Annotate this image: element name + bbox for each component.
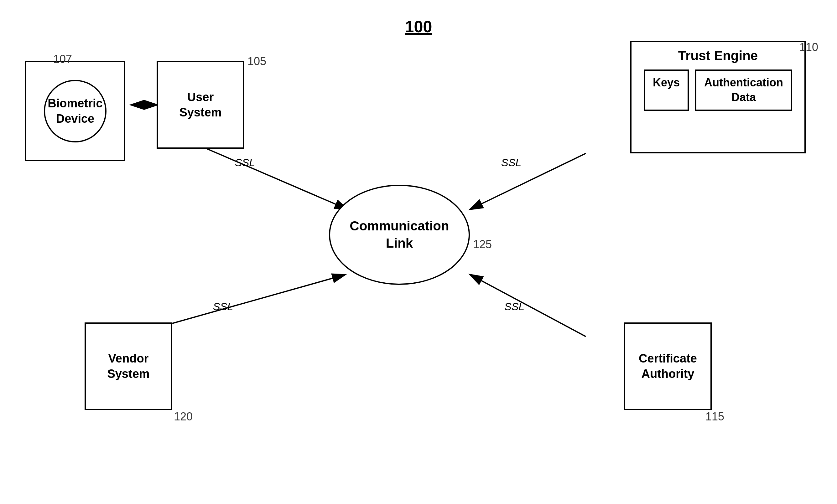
biometric-device-inner: Biometric Device [44,80,107,143]
comm-link-label: CommunicationLink [350,218,449,252]
ssl-label-user-system: SSL [235,156,255,169]
ssl-label-vendor-system: SSL [213,300,233,313]
cert-authority-box: CertificateAuthority [624,322,712,410]
svg-line-3 [207,149,347,209]
biometric-device-label: Biometric Device [45,96,105,127]
auth-data-box: AuthenticationData [695,70,792,111]
comm-link-ref: 125 [473,238,492,251]
comm-link-ellipse: CommunicationLink [329,185,470,285]
ssl-label-trust-engine: SSL [501,156,521,169]
svg-line-4 [470,153,586,209]
keys-box: Keys [644,70,689,111]
vendor-system-ref: 120 [174,410,193,423]
biometric-ref: 107 [53,53,72,66]
diagram-container: 100 SSL SSL SSL SSL Biometric Device [0,0,837,504]
figure-label: 100 [405,17,432,36]
trust-engine-box: Trust Engine Keys AuthenticationData [630,41,806,153]
user-system-box: UserSystem [157,61,244,149]
vendor-system-label: VendorSystem [107,351,149,382]
trust-engine-title: Trust Engine [638,48,798,63]
ssl-label-cert-authority: SSL [504,300,524,313]
cert-authority-ref: 115 [706,410,724,423]
biometric-device-box: Biometric Device [25,61,125,161]
vendor-system-box: VendorSystem [85,322,172,410]
svg-line-6 [470,275,586,337]
user-system-label: UserSystem [179,90,221,120]
trust-engine-ref: 110 [799,41,818,54]
cert-authority-label: CertificateAuthority [639,351,697,382]
svg-line-5 [172,275,344,323]
user-system-ref: 105 [248,55,266,68]
trust-engine-inner: Keys AuthenticationData [638,70,798,111]
